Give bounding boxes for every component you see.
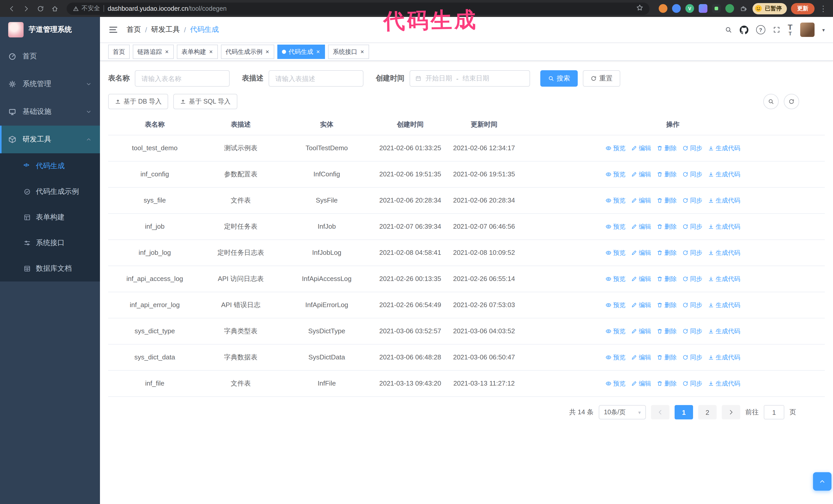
toggle-search-icon[interactable] — [763, 94, 779, 109]
delete-link[interactable]: 删除 — [657, 169, 677, 180]
extensions-puzzle-icon[interactable] — [739, 4, 747, 13]
preview-link[interactable]: 预览 — [605, 326, 625, 337]
page-size-select[interactable]: 10条/页 ▾ — [599, 405, 646, 419]
breadcrumb-home[interactable]: 首页 — [127, 25, 141, 34]
edit-link[interactable]: 编辑 — [631, 247, 651, 258]
delete-link[interactable]: 删除 — [657, 326, 677, 337]
sidebar-subitem-codegen[interactable]: </> 代码生成 — [0, 153, 100, 179]
delete-link[interactable]: 删除 — [657, 221, 677, 232]
tab-close-icon[interactable]: × — [265, 49, 270, 55]
next-page-button[interactable] — [722, 405, 740, 419]
reload-icon[interactable] — [34, 2, 47, 15]
browser-update-button[interactable]: 更新 — [791, 3, 814, 14]
hamburger-icon[interactable] — [108, 25, 118, 35]
tab-close-icon[interactable]: × — [165, 49, 169, 55]
table-desc-input[interactable] — [269, 70, 363, 87]
delete-link[interactable]: 删除 — [657, 378, 677, 389]
tab-close-icon[interactable]: × — [360, 49, 364, 55]
delete-link[interactable]: 删除 — [657, 143, 677, 154]
preview-link[interactable]: 预览 — [605, 273, 625, 285]
github-icon[interactable] — [740, 25, 748, 34]
delete-link[interactable]: 删除 — [657, 247, 677, 258]
delete-link[interactable]: 删除 — [657, 273, 677, 285]
edit-link[interactable]: 编辑 — [631, 326, 651, 337]
sidebar-subitem-system-api[interactable]: 系统接口 — [0, 230, 100, 256]
sync-link[interactable]: 同步 — [682, 195, 702, 206]
preview-link[interactable]: 预览 — [605, 247, 625, 258]
tab[interactable]: 代码生成示例 × — [221, 45, 274, 59]
preview-link[interactable]: 预览 — [605, 169, 625, 180]
preview-link[interactable]: 预览 — [605, 378, 625, 389]
sidebar-item-dev-tools[interactable]: 研发工具 — [0, 126, 100, 153]
goto-page-input[interactable] — [764, 405, 784, 419]
generate-code-link[interactable]: 生成代码 — [708, 195, 740, 206]
edit-link[interactable]: 编辑 — [631, 273, 651, 285]
browser-menu-icon[interactable]: ⋮ — [819, 4, 828, 13]
fullscreen-icon[interactable] — [773, 26, 780, 33]
security-status[interactable]: 不安全 — [73, 4, 100, 13]
delete-link[interactable]: 删除 — [657, 352, 677, 363]
generate-code-link[interactable]: 生成代码 — [708, 169, 740, 180]
generate-code-link[interactable]: 生成代码 — [708, 273, 740, 285]
extension-icon[interactable] — [672, 4, 681, 13]
search-icon[interactable] — [725, 26, 732, 33]
sync-link[interactable]: 同步 — [682, 221, 702, 232]
sidebar-subitem-codegen-example[interactable]: 代码生成示例 — [0, 179, 100, 205]
font-size-icon[interactable]: TT — [788, 23, 792, 37]
edit-link[interactable]: 编辑 — [631, 299, 651, 311]
tab[interactable]: 表单构建 × — [177, 45, 218, 59]
sync-link[interactable]: 同步 — [682, 352, 702, 363]
bookmark-star-icon[interactable] — [636, 4, 643, 13]
sync-link[interactable]: 同步 — [682, 247, 702, 258]
tab[interactable]: 系统接口 × — [328, 45, 369, 59]
generate-code-link[interactable]: 生成代码 — [708, 299, 740, 311]
edit-link[interactable]: 编辑 — [631, 169, 651, 180]
extension-icon[interactable] — [712, 4, 721, 13]
breadcrumb-dev-tools[interactable]: 研发工具 — [151, 25, 180, 34]
import-db-button[interactable]: 基于 DB 导入 — [108, 94, 168, 109]
tab-close-icon[interactable]: × — [209, 49, 213, 55]
extension-icon[interactable] — [659, 4, 667, 13]
forward-icon[interactable] — [20, 2, 33, 15]
logo-row[interactable]: 芋道管理系统 — [0, 17, 100, 43]
extension-icon[interactable] — [725, 4, 734, 13]
delete-link[interactable]: 删除 — [657, 299, 677, 311]
help-icon[interactable]: ? — [756, 25, 765, 34]
preview-link[interactable]: 预览 — [605, 195, 625, 206]
prev-page-button[interactable] — [651, 405, 669, 419]
sidebar-subitem-db-doc[interactable]: 数据库文档 — [0, 256, 100, 282]
generate-code-link[interactable]: 生成代码 — [708, 326, 740, 337]
back-to-top-button[interactable] — [813, 472, 831, 491]
edit-link[interactable]: 编辑 — [631, 195, 651, 206]
tab[interactable]: 链路追踪 × — [133, 45, 174, 59]
sidebar-item-infrastructure[interactable]: 基础设施 — [0, 98, 100, 126]
preview-link[interactable]: 预览 — [605, 299, 625, 311]
page-button-2[interactable]: 2 — [698, 405, 717, 419]
delete-link[interactable]: 删除 — [657, 195, 677, 206]
page-button-1[interactable]: 1 — [674, 405, 693, 419]
preview-link[interactable]: 预览 — [605, 352, 625, 363]
preview-link[interactable]: 预览 — [605, 143, 625, 154]
home-icon[interactable] — [48, 2, 62, 15]
generate-code-link[interactable]: 生成代码 — [708, 143, 740, 154]
back-icon[interactable] — [5, 2, 19, 15]
table-name-input[interactable] — [135, 70, 230, 87]
user-avatar[interactable] — [800, 23, 814, 37]
sync-link[interactable]: 同步 — [682, 378, 702, 389]
sidebar-item-system-management[interactable]: 系统管理 — [0, 70, 100, 98]
extension-icon[interactable] — [699, 4, 708, 13]
edit-link[interactable]: 编辑 — [631, 378, 651, 389]
sidebar-item-home[interactable]: 首页 — [0, 43, 100, 70]
sync-link[interactable]: 同步 — [682, 326, 702, 337]
extension-icon[interactable]: V — [685, 4, 694, 13]
address-bar[interactable]: 不安全 dashboard.yudao.iocoder.cn/tool/code… — [67, 2, 649, 15]
generate-code-link[interactable]: 生成代码 — [708, 352, 740, 363]
reset-button[interactable]: 重置 — [583, 70, 620, 87]
generate-code-link[interactable]: 生成代码 — [708, 247, 740, 258]
sync-link[interactable]: 同步 — [682, 169, 702, 180]
generate-code-link[interactable]: 生成代码 — [708, 221, 740, 232]
generate-code-link[interactable]: 生成代码 — [708, 378, 740, 389]
sync-link[interactable]: 同步 — [682, 299, 702, 311]
create-time-range-picker[interactable]: 开始日期 - 结束日期 — [410, 70, 530, 87]
tab[interactable]: 首页 × — [108, 45, 130, 59]
